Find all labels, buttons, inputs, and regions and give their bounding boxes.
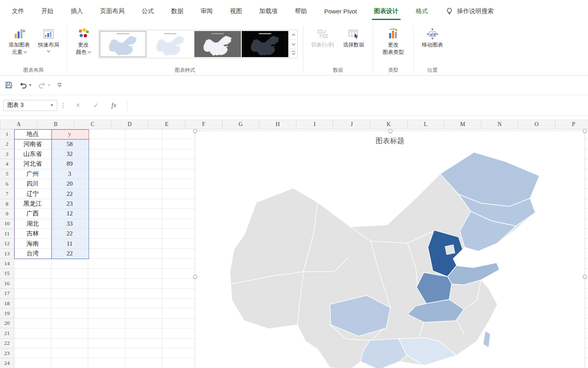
chart-title[interactable]: 图表标题 — [195, 136, 585, 146]
column-header-D[interactable]: D — [111, 120, 149, 129]
row-header-6[interactable]: 6 — [0, 179, 14, 189]
cell-D18[interactable] — [125, 299, 163, 308]
cell-E7[interactable] — [162, 189, 199, 199]
cell-B2[interactable]: 58 — [51, 139, 89, 149]
cell-B17[interactable] — [51, 289, 89, 299]
row-header-20[interactable]: 20 — [0, 319, 14, 328]
cell-D7[interactable] — [125, 189, 163, 199]
undo-dropdown-chevron[interactable] — [29, 84, 31, 86]
formula-bar-drag-handle[interactable] — [62, 102, 64, 108]
cell-B11[interactable]: 22 — [51, 229, 89, 239]
change-chart-type-button[interactable]: 更改 图表类型 — [377, 25, 410, 55]
undo-button[interactable] — [19, 82, 31, 89]
row-header-14[interactable]: 14 — [0, 259, 14, 268]
column-header-P[interactable]: P — [555, 120, 588, 129]
cell-A9[interactable]: 广西 — [14, 209, 51, 219]
cell-D22[interactable] — [125, 339, 163, 348]
cell-E18[interactable] — [162, 299, 199, 308]
cell-C11[interactable] — [88, 229, 125, 239]
cell-E17[interactable] — [162, 289, 199, 299]
cell-B6[interactable]: 20 — [51, 179, 89, 189]
cell-D8[interactable] — [125, 199, 163, 209]
cell-A8[interactable]: 黑龙江 — [14, 199, 51, 209]
cell-B15[interactable] — [51, 269, 89, 279]
add-chart-element-button[interactable]: 添加图表 元素 — [4, 25, 34, 55]
cell-B9[interactable]: 12 — [51, 209, 89, 219]
china-map-plot-area[interactable] — [195, 149, 586, 368]
cell-C23[interactable] — [88, 348, 125, 358]
column-header-O[interactable]: O — [518, 120, 555, 129]
cell-E3[interactable] — [162, 149, 199, 159]
row-header-11[interactable]: 11 — [0, 229, 14, 239]
cell-A15[interactable] — [14, 269, 51, 279]
cell-A22[interactable] — [14, 339, 51, 348]
cell-B24[interactable] — [51, 358, 89, 368]
column-header-J[interactable]: J — [333, 120, 370, 129]
cell-B3[interactable]: 32 — [51, 149, 89, 159]
cancel-button[interactable]: × — [69, 102, 87, 109]
cell-C9[interactable] — [88, 209, 125, 219]
cell-E24[interactable] — [162, 358, 199, 368]
row-header-9[interactable]: 9 — [0, 209, 14, 219]
cell-B18[interactable] — [51, 299, 89, 308]
cell-A10[interactable]: 湖北 — [14, 219, 51, 229]
cell-E8[interactable] — [162, 199, 199, 209]
cell-D15[interactable] — [125, 269, 163, 279]
cell-B13[interactable]: 22 — [51, 249, 89, 259]
cell-A7[interactable]: 辽宁 — [14, 189, 51, 199]
chart-resize-handle-middle-right[interactable] — [583, 275, 587, 279]
enter-button[interactable]: ✓ — [87, 102, 105, 109]
cell-C8[interactable] — [88, 199, 125, 209]
cell-C7[interactable] — [88, 189, 125, 199]
formula-input[interactable] — [127, 100, 588, 111]
tab-page-layout[interactable]: 页面布局 — [91, 0, 133, 22]
chart-resize-handle-top-center[interactable] — [388, 129, 392, 133]
cell-B14[interactable] — [51, 259, 89, 268]
row-header-3[interactable]: 3 — [0, 149, 14, 159]
cell-A5[interactable]: 广州 — [14, 169, 51, 179]
cell-B20[interactable] — [51, 319, 89, 328]
cell-B7[interactable]: 22 — [51, 189, 89, 199]
cell-C21[interactable] — [88, 328, 125, 338]
cell-B10[interactable]: 33 — [51, 219, 89, 229]
cell-A6[interactable]: 四川 — [14, 179, 51, 189]
cell-A13[interactable]: 台湾 — [14, 249, 51, 259]
cell-A1[interactable]: 地点 — [14, 129, 51, 139]
cell-D14[interactable] — [125, 259, 163, 268]
row-header-5[interactable]: 5 — [0, 169, 14, 179]
cell-A16[interactable] — [14, 279, 51, 288]
cell-D5[interactable] — [125, 169, 163, 179]
cell-B19[interactable] — [51, 308, 89, 318]
cell-C5[interactable] — [88, 169, 125, 179]
cell-D1[interactable] — [125, 129, 163, 139]
row-header-7[interactable]: 7 — [0, 189, 14, 199]
row-header-22[interactable]: 22 — [0, 339, 14, 348]
tab-power-pivot[interactable]: Power Pivot — [316, 0, 365, 22]
redo-button[interactable] — [38, 82, 50, 89]
tab-view[interactable]: 视图 — [221, 0, 251, 22]
change-colors-button[interactable]: 更改 颜色 — [71, 25, 96, 55]
cell-A17[interactable] — [14, 289, 51, 299]
cell-C24[interactable] — [88, 358, 125, 368]
cell-D12[interactable] — [125, 239, 163, 248]
cell-E22[interactable] — [162, 339, 199, 348]
cell-D13[interactable] — [125, 249, 163, 259]
cell-D4[interactable] — [125, 159, 163, 169]
tab-addins[interactable]: 加载项 — [251, 0, 286, 22]
row-header-17[interactable]: 17 — [0, 289, 14, 299]
cell-D11[interactable] — [125, 229, 163, 239]
cell-E21[interactable] — [162, 328, 199, 338]
chart-resize-handle-middle-left[interactable] — [193, 275, 197, 279]
cell-D20[interactable] — [125, 319, 163, 328]
cell-B4[interactable]: 89 — [51, 159, 89, 169]
cell-E12[interactable] — [162, 239, 199, 248]
cell-D17[interactable] — [125, 289, 163, 299]
cell-A14[interactable] — [14, 259, 51, 268]
row-header-12[interactable]: 12 — [0, 239, 14, 248]
province-taiwan[interactable] — [483, 331, 490, 348]
chart-style-thumbnail-1[interactable] — [100, 31, 146, 57]
column-header-I[interactable]: I — [296, 120, 334, 129]
cell-C12[interactable] — [88, 239, 125, 248]
column-header-B[interactable]: B — [38, 120, 75, 129]
cell-D2[interactable] — [125, 139, 163, 149]
